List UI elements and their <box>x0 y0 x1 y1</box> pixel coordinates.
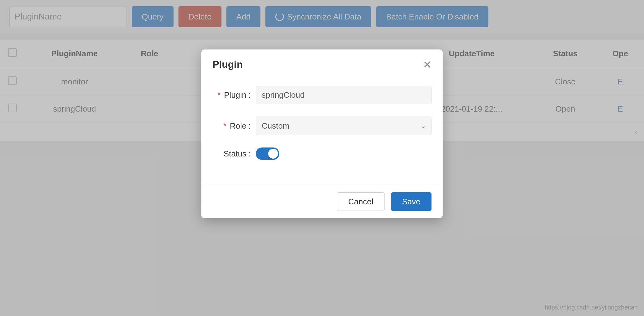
plugin-input[interactable] <box>256 86 431 104</box>
role-select[interactable]: Custom Default <box>256 117 431 135</box>
role-select-wrapper: Custom Default ⌄ <box>256 117 431 135</box>
cancel-button[interactable]: Cancel <box>337 192 385 211</box>
plugin-dialog: Plugin ✕ * Plugin : * Role : <box>201 49 443 218</box>
role-field-row: * Role : Custom Default ⌄ <box>213 117 431 135</box>
plugin-label: * Plugin : <box>213 90 256 100</box>
dialog-close-button[interactable]: ✕ <box>423 59 431 70</box>
dialog-body: * Plugin : * Role : Custom Default <box>201 76 443 185</box>
status-label: Status : <box>213 149 256 159</box>
dialog-header: Plugin ✕ <box>201 49 443 76</box>
role-label: * Role : <box>213 121 256 131</box>
save-button[interactable]: Save <box>391 192 431 211</box>
plugin-required-star: * <box>217 90 221 100</box>
plugin-field-row: * Plugin : <box>213 86 431 104</box>
page-background: Query Delete Add Synchronize All Data Ba… <box>0 0 644 316</box>
status-field-row: Status : <box>213 147 431 160</box>
dialog-title: Plugin <box>213 59 243 70</box>
dialog-footer: Cancel Save <box>201 185 443 218</box>
status-toggle[interactable] <box>256 147 279 160</box>
toggle-knob <box>268 149 278 159</box>
modal-overlay: Plugin ✕ * Plugin : * Role : <box>0 0 644 316</box>
role-required-star: * <box>223 121 226 130</box>
